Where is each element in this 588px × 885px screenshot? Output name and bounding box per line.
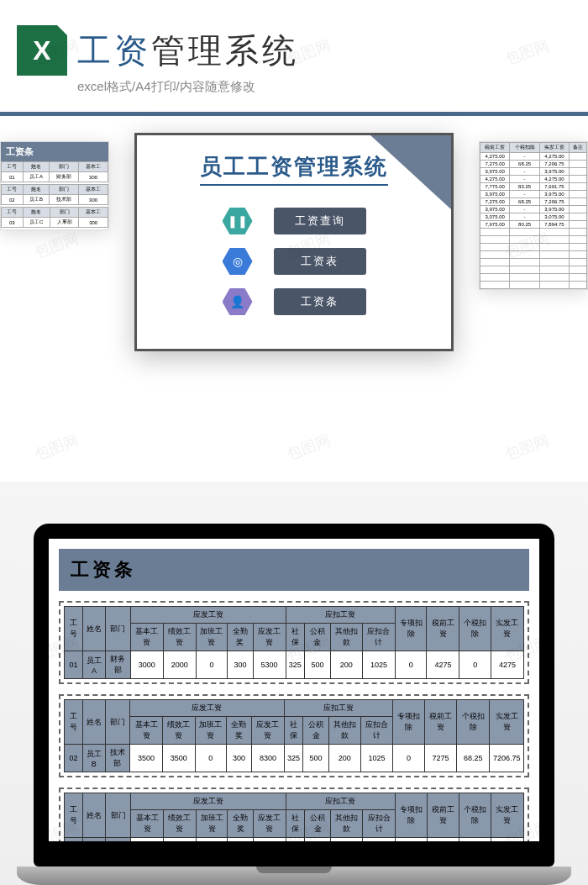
- subtitle: excel格式/A4打印/内容随意修改: [77, 79, 571, 95]
- table-row: 7,975.0080.257,894.75: [480, 221, 587, 229]
- dashboard-button[interactable]: 工资条: [274, 288, 366, 315]
- person-icon: 👤: [223, 288, 253, 315]
- laptop-base: [17, 867, 571, 885]
- slip-title: 工资条: [59, 549, 529, 591]
- main-title: 工资管理系统: [77, 28, 299, 74]
- right-sheet-preview: 税前工资个税扣除实发工资备注 4,275.00-4,275.007,275.00…: [479, 141, 588, 290]
- dashboard-preview: 员工工资管理系统 ❚❚ 工资查询◎ 工资表👤 工资条: [134, 133, 454, 351]
- laptop-screen-content: 工资条 工号姓名部门 应发工资 应扣工资 专项扣除税前工资个税扣除实发工资 基本…: [49, 539, 539, 841]
- left-sheet-preview: 工资条 工号姓名部门基本工 01员工A财务部300 工号姓名部门基本工 02员工…: [0, 141, 109, 230]
- bookmark-icon: ❚❚: [223, 208, 253, 234]
- table-row: 3,075.00-3,075.00: [480, 213, 587, 221]
- dashboard-button[interactable]: 工资查询: [274, 208, 366, 234]
- left-slip-table: 工号姓名部门基本工 03员工C人事部300: [1, 207, 108, 228]
- target-icon: ◎: [223, 248, 253, 275]
- left-slip-table: 工号姓名部门基本工 02员工B技术部300: [1, 184, 108, 205]
- excel-icon: X: [17, 25, 67, 76]
- dashboard-title: 员工工资管理系统: [200, 152, 388, 186]
- left-sheet-title: 工资条: [1, 142, 108, 161]
- table-row: 3,975.00-3,975.00: [480, 168, 587, 176]
- table-row: 4,275.00-4,275.00: [480, 176, 587, 183]
- dashboard-button[interactable]: 工资表: [274, 248, 366, 275]
- table-row: 4,275.00-4,275.00: [480, 153, 587, 161]
- right-sheet-table: 税前工资个税扣除实发工资备注 4,275.00-4,275.007,275.00…: [480, 142, 587, 289]
- salary-slip-block: 工号姓名部门 应发工资 应扣工资 专项扣除税前工资个税扣除实发工资 基本工资绩效…: [59, 788, 529, 841]
- laptop-frame: 工资条 工号姓名部门 应发工资 应扣工资 专项扣除税前工资个税扣除实发工资 基本…: [34, 524, 554, 885]
- preview-row: 工资条 工号姓名部门基本工 01员工A财务部300 工号姓名部门基本工 02员工…: [0, 116, 588, 419]
- header: X 工资管理系统 excel格式/A4打印/内容随意修改: [0, 0, 588, 116]
- table-row: 7,275.0068.257,206.75: [480, 198, 587, 206]
- salary-slip-block: 工号姓名部门 应发工资 应扣工资 专项扣除税前工资个税扣除实发工资 基本工资绩效…: [59, 601, 529, 684]
- left-slip-table: 工号姓名部门基本工 01员工A财务部300: [1, 161, 108, 182]
- table-row: 7,275.0068.257,206.75: [480, 161, 587, 168]
- table-row: 3,975.00-3,975.00: [480, 191, 587, 198]
- table-row: 3,975.00-3,975.00: [480, 206, 587, 213]
- table-row: 7,775.0083.257,691.75: [480, 183, 587, 191]
- laptop-preview-section: 工资条 工号姓名部门 应发工资 应扣工资 专项扣除税前工资个税扣除实发工资 基本…: [0, 482, 588, 885]
- salary-slip-block: 工号姓名部门 应发工资 应扣工资 专项扣除税前工资个税扣除实发工资 基本工资绩效…: [59, 694, 529, 777]
